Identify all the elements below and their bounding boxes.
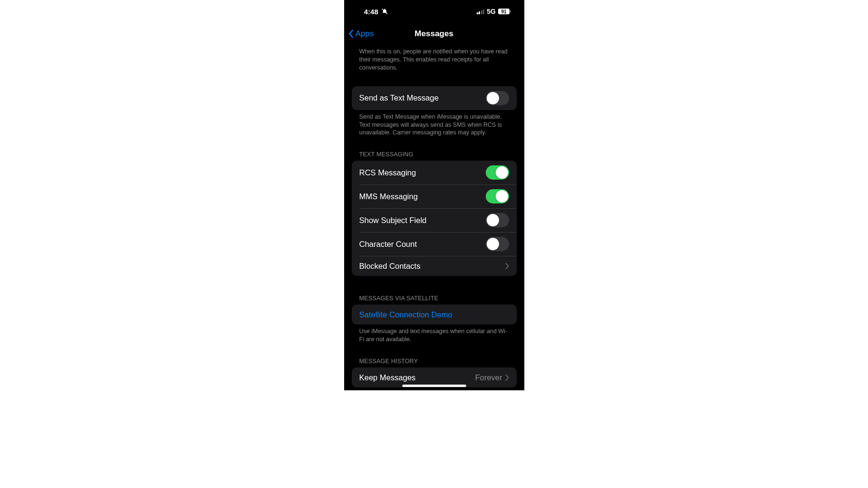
battery-percentage: 91 — [501, 9, 506, 14]
silent-mode-icon — [381, 8, 388, 15]
network-type: 5G — [487, 8, 496, 15]
rcs-messaging-toggle[interactable] — [486, 165, 509, 180]
mentions-header: MENTIONS — [352, 387, 517, 390]
character-count-label: Character Count — [359, 240, 417, 249]
status-bar: 4:48 5G 91 — [344, 0, 524, 23]
blocked-contacts-label: Blocked Contacts — [359, 262, 420, 271]
character-count-toggle[interactable] — [486, 237, 509, 251]
send-as-text-message-row: Send as Text Message — [352, 86, 517, 110]
text-messaging-header: TEXT MESSAGING — [352, 141, 517, 161]
back-label: Apps — [356, 29, 374, 39]
send-as-text-message-label: Send as Text Message — [359, 93, 439, 102]
chevron-left-icon — [348, 30, 354, 38]
send-as-text-message-footer: Send as Text Message when iMessage is un… — [352, 110, 517, 141]
mms-messaging-label: MMS Messaging — [359, 192, 418, 201]
mms-messaging-toggle[interactable] — [486, 189, 509, 203]
chevron-right-icon — [505, 263, 509, 269]
keep-messages-label: Keep Messages — [359, 373, 416, 382]
cellular-signal-icon — [477, 9, 485, 14]
show-subject-field-label: Show Subject Field — [359, 216, 427, 225]
battery-icon: 91 — [498, 9, 511, 14]
back-button[interactable]: Apps — [348, 29, 374, 39]
blocked-contacts-row[interactable]: Blocked Contacts — [352, 256, 517, 276]
satellite-footer: Use iMessage and text messages when cell… — [352, 325, 517, 347]
navigation-bar: Apps Messages — [344, 23, 524, 45]
keep-messages-value: Forever — [475, 373, 502, 382]
status-right: 5G 91 — [477, 8, 511, 15]
show-subject-field-toggle[interactable] — [486, 213, 509, 227]
text-messaging-group: RCS Messaging MMS Messaging Show Subject… — [352, 161, 517, 276]
satellite-header: MESSAGES VIA SATELLITE — [352, 276, 517, 305]
satellite-group: Satellite Connection Demo — [352, 305, 517, 325]
character-count-row: Character Count — [352, 232, 517, 256]
rcs-messaging-row: RCS Messaging — [352, 161, 517, 184]
send-as-text-group: Send as Text Message — [352, 86, 517, 110]
home-indicator[interactable] — [402, 385, 466, 387]
phone-frame: 4:48 5G 91 — [344, 0, 524, 390]
show-subject-field-row: Show Subject Field — [352, 208, 517, 232]
send-as-text-message-toggle[interactable] — [486, 91, 509, 105]
rcs-messaging-label: RCS Messaging — [359, 168, 416, 177]
content-scroll[interactable]: When this is on, people are notified whe… — [344, 45, 524, 390]
status-left: 4:48 — [357, 8, 388, 16]
read-receipts-footer: When this is on, people are notified whe… — [352, 45, 517, 76]
satellite-demo-label: Satellite Connection Demo — [359, 310, 452, 319]
mms-messaging-row: MMS Messaging — [352, 184, 517, 208]
satellite-demo-row[interactable]: Satellite Connection Demo — [352, 305, 517, 325]
message-history-header: MESSAGE HISTORY — [352, 347, 517, 367]
chevron-right-icon — [505, 375, 509, 381]
status-time: 4:48 — [364, 8, 378, 16]
